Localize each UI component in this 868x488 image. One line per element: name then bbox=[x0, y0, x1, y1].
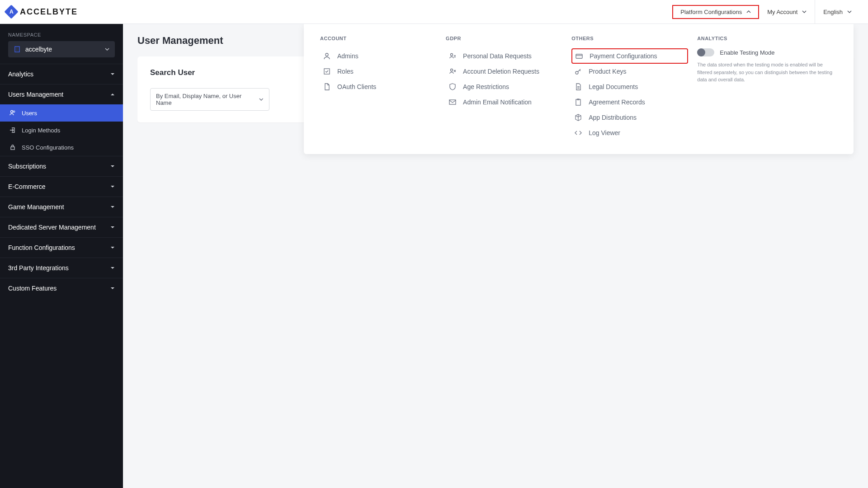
sidebar-item-dedicated-server-management[interactable]: Dedicated Server Management bbox=[0, 217, 123, 237]
mega-item-product-keys[interactable]: Product Keys bbox=[571, 64, 688, 79]
svg-point-1 bbox=[11, 111, 13, 113]
checklist-icon bbox=[323, 67, 331, 75]
svg-point-6 bbox=[451, 54, 453, 56]
mega-col-analytics: ANALYTICS Enable Testing Mode The data s… bbox=[697, 36, 837, 141]
mega-heading: OTHERS bbox=[571, 36, 688, 41]
sidebar-item-label: Login Methods bbox=[22, 127, 60, 134]
mega-item-label: OAuth Clients bbox=[337, 83, 376, 90]
sidebar-item-game-management[interactable]: Game Management bbox=[0, 197, 123, 217]
caret-down-icon bbox=[110, 205, 115, 209]
sidebar-item-label: SSO Configurations bbox=[22, 144, 74, 151]
mega-item-label: Account Deletion Requests bbox=[463, 68, 539, 75]
caret-down-icon bbox=[110, 164, 115, 169]
sidebar-item-label: Game Management bbox=[8, 203, 64, 211]
chevron-down-icon bbox=[802, 9, 807, 14]
my-account-menu[interactable]: My Account bbox=[759, 0, 815, 23]
svg-point-4 bbox=[326, 53, 328, 56]
chevron-down-icon bbox=[105, 47, 109, 52]
svg-rect-5 bbox=[324, 69, 330, 74]
mega-item-label: Roles bbox=[337, 68, 354, 75]
enable-testing-mode-toggle[interactable] bbox=[697, 48, 714, 56]
svg-rect-3 bbox=[11, 147, 14, 150]
sidebar-item-label: E-Commerce bbox=[8, 183, 45, 190]
sidebar-item-analytics[interactable]: Analytics bbox=[0, 64, 123, 84]
mega-item-app-distributions[interactable]: App Distributions bbox=[571, 110, 688, 125]
svg-rect-11 bbox=[576, 99, 580, 105]
lock-icon bbox=[9, 144, 16, 151]
search-select-value: By Email, Display Name, or User Name bbox=[156, 93, 255, 106]
cube-icon bbox=[574, 113, 582, 122]
enable-testing-mode-row: Enable Testing Mode bbox=[697, 48, 837, 56]
mega-item-payment-configurations[interactable]: Payment Configurations bbox=[571, 48, 688, 64]
mega-heading: ACCOUNT bbox=[320, 36, 437, 41]
analytics-description: The data stored when the testing mode is… bbox=[697, 61, 837, 84]
sidebar-item-function-configurations[interactable]: Function Configurations bbox=[0, 238, 123, 258]
mega-item-age-restrictions[interactable]: Age Restrictions bbox=[446, 79, 562, 94]
language-menu[interactable]: English bbox=[815, 0, 860, 23]
sidebar-subitem-sso-configurations[interactable]: SSO Configurations bbox=[0, 139, 123, 156]
sidebar-item-users-management[interactable]: Users Management bbox=[0, 84, 123, 104]
mega-col-account: ACCOUNT Admins Roles OAuth Clients bbox=[320, 36, 437, 141]
users-icon bbox=[9, 109, 16, 117]
caret-down-icon bbox=[110, 245, 115, 250]
mega-item-roles[interactable]: Roles bbox=[320, 64, 437, 79]
sidebar-item-label: Function Configurations bbox=[8, 244, 75, 251]
topbar-right: Platform Configurations My Account Engli… bbox=[672, 0, 860, 23]
sidebar-item-ecommerce[interactable]: E-Commerce bbox=[0, 177, 123, 197]
sidebar-item-label: Dedicated Server Management bbox=[8, 224, 96, 231]
namespace-selector[interactable]: accelbyte bbox=[8, 41, 115, 57]
mail-icon bbox=[448, 98, 457, 106]
mega-item-admins[interactable]: Admins bbox=[320, 48, 437, 64]
caret-down-icon bbox=[110, 225, 115, 230]
sidebar-item-3rd-party-integrations[interactable]: 3rd Party Integrations bbox=[0, 258, 123, 278]
mega-item-agreement-records[interactable]: Agreement Records bbox=[571, 94, 688, 110]
mega-item-label: Age Restrictions bbox=[463, 83, 509, 90]
caret-up-icon bbox=[110, 92, 115, 97]
clipboard-icon bbox=[574, 98, 582, 106]
platform-configurations-dropdown: ACCOUNT Admins Roles OAuth Clients GDPR bbox=[304, 24, 854, 154]
caret-down-icon bbox=[110, 266, 115, 270]
sidebar-item-custom-features[interactable]: Custom Features bbox=[0, 278, 123, 298]
document-icon bbox=[574, 83, 582, 91]
namespace-value: accelbyte bbox=[25, 46, 100, 53]
sidebar-subitem-login-methods[interactable]: Login Methods bbox=[0, 122, 123, 139]
user-remove-icon bbox=[448, 67, 457, 75]
caret-down-icon bbox=[110, 184, 115, 189]
mega-item-label: Payment Configurations bbox=[590, 52, 657, 60]
sidebar: NAMESPACE accelbyte Analytics Users Mana… bbox=[0, 24, 123, 488]
mega-item-personal-data-requests[interactable]: Personal Data Requests bbox=[446, 48, 562, 64]
main-content: User Management Search User By Email, Di… bbox=[123, 24, 868, 488]
building-icon bbox=[14, 46, 21, 53]
mega-item-oauth-clients[interactable]: OAuth Clients bbox=[320, 79, 437, 94]
svg-rect-9 bbox=[576, 54, 582, 58]
mega-heading: GDPR bbox=[446, 36, 562, 41]
mega-item-admin-email-notification[interactable]: Admin Email Notification bbox=[446, 94, 562, 110]
caret-down-icon bbox=[110, 72, 115, 76]
sidebar-item-label: Users bbox=[22, 110, 37, 117]
mega-item-label: Log Viewer bbox=[589, 129, 620, 136]
brand-name: ACCELBYTE bbox=[20, 7, 78, 17]
shield-icon bbox=[448, 83, 457, 91]
chevron-up-icon bbox=[746, 9, 751, 14]
brand-logo[interactable]: A ACCELBYTE bbox=[6, 7, 78, 17]
topbar-label: English bbox=[823, 9, 843, 15]
caret-down-icon bbox=[110, 286, 115, 291]
toggle-knob bbox=[697, 48, 705, 56]
mega-item-log-viewer[interactable]: Log Viewer bbox=[571, 125, 688, 141]
topbar-label: My Account bbox=[767, 9, 797, 15]
sidebar-item-subscriptions[interactable]: Subscriptions bbox=[0, 156, 123, 176]
topbar: A ACCELBYTE Platform Configurations My A… bbox=[0, 0, 868, 24]
mega-heading: ANALYTICS bbox=[697, 36, 837, 41]
platform-configurations-menu[interactable]: Platform Configurations bbox=[672, 5, 759, 19]
mega-item-legal-documents[interactable]: Legal Documents bbox=[571, 79, 688, 94]
mega-item-account-deletion-requests[interactable]: Account Deletion Requests bbox=[446, 64, 562, 79]
mega-item-label: Admin Email Notification bbox=[463, 99, 532, 106]
search-type-select[interactable]: By Email, Display Name, or User Name bbox=[150, 88, 269, 111]
mega-item-label: Admins bbox=[337, 52, 359, 60]
sidebar-item-label: Users Management bbox=[8, 91, 63, 98]
topbar-label: Platform Configurations bbox=[680, 9, 742, 15]
user-icon bbox=[323, 52, 331, 60]
sidebar-subitem-users[interactable]: Users bbox=[0, 104, 123, 122]
code-icon bbox=[574, 129, 582, 137]
svg-point-2 bbox=[13, 111, 15, 113]
